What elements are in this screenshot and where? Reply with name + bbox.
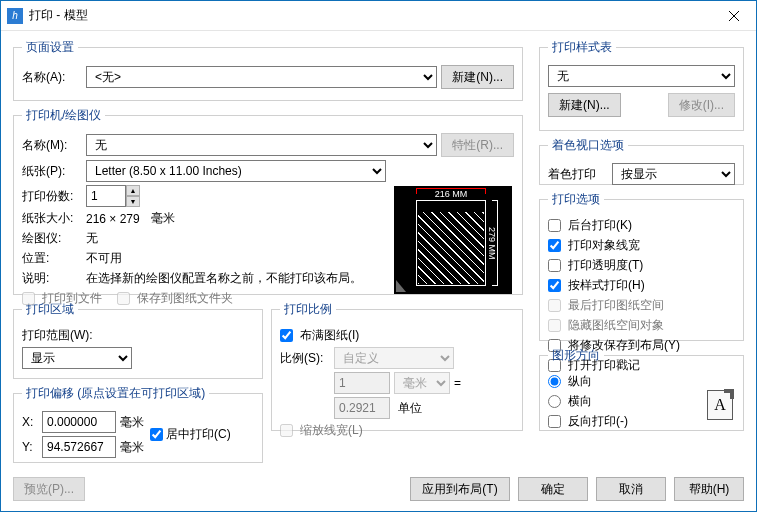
close-button[interactable] [712, 1, 756, 31]
bg-label: 后台打印(K) [568, 217, 632, 234]
bg-checkbox[interactable] [548, 219, 561, 232]
copies-spinner[interactable]: ▲▼ [86, 185, 140, 207]
page-setup-group: 页面设置 名称(A): <无> 新建(N)... [13, 39, 523, 101]
print-offset-group: 打印偏移 (原点设置在可打印区域) X: 毫米 Y: 毫米 [13, 385, 263, 463]
copies-label: 打印份数: [22, 188, 82, 205]
scale-lw-checkbox [280, 424, 293, 437]
titlebar: h 打印 - 模型 [1, 1, 756, 31]
x-label: X: [22, 415, 38, 429]
landscape-radio[interactable] [548, 395, 561, 408]
print-to-file-label: 打印到文件 [42, 290, 102, 307]
equals-label: = [454, 376, 461, 390]
printer-group: 打印机/绘图仪 名称(M): 无 特性(R)... 纸张(P): Letter … [13, 107, 523, 295]
print-offset-legend: 打印偏移 (原点设置在可打印区域) [22, 385, 209, 402]
hide-checkbox [548, 319, 561, 332]
close-icon [729, 11, 739, 21]
style-table-legend: 打印样式表 [548, 39, 616, 56]
page-name-label: 名称(A): [22, 69, 82, 86]
apply-button[interactable]: 应用到布局(T) [410, 477, 510, 501]
style-edit-button[interactable]: 修改(I)... [668, 93, 735, 117]
orientation-legend: 图形方向 [548, 347, 604, 364]
printer-name-label: 名称(M): [22, 137, 82, 154]
style-new-button[interactable]: 新建(N)... [548, 93, 621, 117]
paper-preview: 216 MM 279 MM [394, 186, 512, 294]
fit-label: 布满图纸(I) [300, 327, 359, 344]
preview-button[interactable]: 预览(P)... [13, 477, 85, 501]
y-input[interactable] [42, 436, 116, 458]
page-new-button[interactable]: 新建(N)... [441, 65, 514, 89]
center-label: 居中打印(C) [166, 427, 231, 441]
shade-select[interactable]: 按显示 [612, 163, 735, 185]
window-title: 打印 - 模型 [29, 7, 712, 24]
position-value: 不可用 [86, 250, 122, 267]
range-label: 打印范围(W): [22, 327, 93, 344]
style-table-group: 打印样式表 无 新建(N)... 修改(I)... [539, 39, 744, 131]
size-unit: 毫米 [151, 210, 175, 227]
dim-width-label: 216 MM [416, 188, 486, 198]
last-label: 最后打印图纸空间 [568, 297, 664, 314]
ratio-select: 自定义 [334, 347, 454, 369]
paper-label: 纸张(P): [22, 163, 82, 180]
fit-checkbox[interactable] [280, 329, 293, 342]
size-label: 纸张大小: [22, 210, 82, 227]
reverse-label: 反向打印(-) [568, 413, 628, 430]
paper-select[interactable]: Letter (8.50 x 11.00 Inches) [86, 160, 386, 182]
center-checkbox[interactable] [150, 428, 163, 441]
last-checkbox [548, 299, 561, 312]
print-options-legend: 打印选项 [548, 191, 604, 208]
position-label: 位置: [22, 250, 82, 267]
lw-checkbox[interactable] [548, 239, 561, 252]
trans-checkbox[interactable] [548, 259, 561, 272]
app-icon: h [7, 8, 23, 24]
paper-rect [416, 200, 486, 286]
shade-legend: 着色视口选项 [548, 137, 628, 154]
print-to-file-checkbox [22, 292, 35, 305]
plotter-label: 绘图仪: [22, 230, 82, 247]
style-select[interactable]: 无 [548, 65, 735, 87]
help-button[interactable]: 帮助(H) [674, 477, 744, 501]
page-setup-legend: 页面设置 [22, 39, 78, 56]
scale-den-input [334, 397, 390, 419]
desc-value: 在选择新的绘图仪配置名称之前，不能打印该布局。 [86, 270, 362, 287]
plotter-value: 无 [86, 230, 98, 247]
y-unit: 毫米 [120, 439, 144, 456]
trans-label: 打印透明度(T) [568, 257, 643, 274]
printer-legend: 打印机/绘图仪 [22, 107, 105, 124]
save-to-folder-label: 保存到图纸文件夹 [137, 290, 233, 307]
scale-unit-select: 毫米 [394, 372, 450, 394]
orientation-icon: A [707, 390, 733, 420]
scale-unit2-label: 单位 [394, 400, 450, 417]
shade-group: 着色视口选项 着色打印 按显示 [539, 137, 744, 185]
y-label: Y: [22, 440, 38, 454]
copies-input[interactable] [86, 185, 126, 207]
reverse-checkbox[interactable] [548, 415, 561, 428]
lw-label: 打印对象线宽 [568, 237, 640, 254]
hatch-icon [418, 212, 484, 284]
orientation-group: 图形方向 纵向 横向 反向打印(-) A [539, 347, 744, 431]
hide-label: 隐藏图纸空间对象 [568, 317, 664, 334]
shade-label: 着色打印 [548, 166, 608, 183]
print-scale-group: 打印比例 布满图纸(I) 比例(S): 自定义 毫米 = 单位 缩放线宽 [271, 301, 523, 431]
size-value: 216 × 279 [86, 212, 140, 226]
desc-label: 说明: [22, 270, 82, 287]
portrait-label: 纵向 [568, 373, 592, 390]
spin-down-icon[interactable]: ▼ [126, 196, 140, 207]
style-checkbox[interactable] [548, 279, 561, 292]
print-options-group: 打印选项 后台打印(K) 打印对象线宽 打印透明度(T) 按样式打印(H) 最后… [539, 191, 744, 341]
printer-props-button[interactable]: 特性(R)... [441, 133, 514, 157]
dim-height-label: 279 MM [488, 200, 498, 286]
style-label: 按样式打印(H) [568, 277, 645, 294]
spin-up-icon[interactable]: ▲ [126, 185, 140, 196]
range-select[interactable]: 显示 [22, 347, 132, 369]
x-unit: 毫米 [120, 414, 144, 431]
cancel-button[interactable]: 取消 [596, 477, 666, 501]
footer: 预览(P)... 应用到布局(T) 确定 取消 帮助(H) [13, 477, 744, 501]
landscape-label: 横向 [568, 393, 592, 410]
x-input[interactable] [42, 411, 116, 433]
ratio-label: 比例(S): [280, 350, 330, 367]
ok-button[interactable]: 确定 [518, 477, 588, 501]
scale-num-input [334, 372, 390, 394]
printer-name-select[interactable]: 无 [86, 134, 437, 156]
page-name-select[interactable]: <无> [86, 66, 437, 88]
portrait-radio[interactable] [548, 375, 561, 388]
